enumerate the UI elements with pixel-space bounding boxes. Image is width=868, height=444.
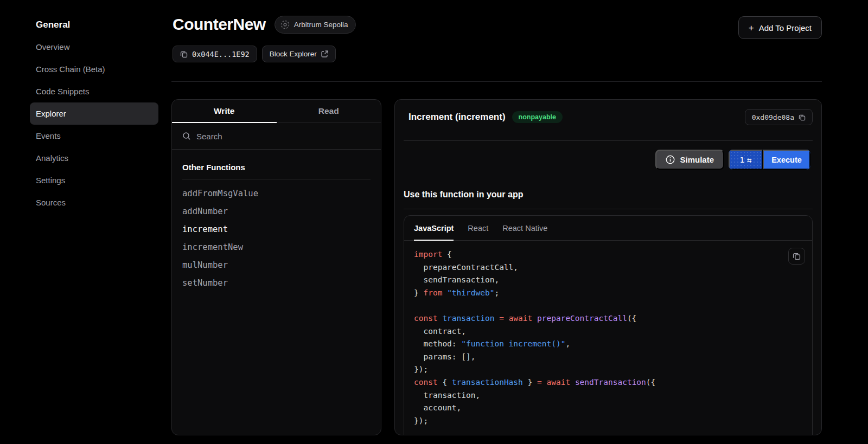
code-language-tabs: JavaScriptReactReact Native bbox=[404, 216, 812, 241]
network-badge-label: Arbitrum Sepolia bbox=[294, 21, 348, 29]
function-title: Increment (increment) bbox=[409, 112, 506, 123]
function-detail-panel: Increment (increment) nonpayable 0xd09de… bbox=[394, 99, 822, 435]
execute-button[interactable]: Execute bbox=[763, 150, 810, 170]
main-content: CounterNew Arbitrum Sepolia 0x044E...1E9… bbox=[171, 0, 822, 444]
function-item-setnumber[interactable]: setNumber bbox=[172, 274, 381, 292]
simulate-button[interactable]: Simulate bbox=[655, 150, 724, 170]
sidebar-header: General bbox=[36, 20, 70, 30]
code-line: const { transactionHash } = await sendTr… bbox=[414, 376, 812, 389]
add-to-project-button[interactable]: + Add To Project bbox=[738, 16, 822, 39]
detail-divider bbox=[404, 140, 813, 141]
usage-divider bbox=[404, 209, 813, 209]
function-selector-button[interactable]: 0xd09de08a bbox=[745, 109, 813, 125]
function-section-divider bbox=[182, 179, 371, 179]
usage-heading: Use this function in your app bbox=[404, 190, 813, 200]
tab-write[interactable]: Write bbox=[172, 100, 277, 123]
copy-icon bbox=[180, 50, 188, 58]
code-block: import { prepareContractCall, sendTransa… bbox=[404, 241, 812, 427]
code-line: transaction, bbox=[414, 389, 812, 402]
code-line: } from "thirdweb"; bbox=[414, 287, 812, 300]
execute-button-group: 1 ⇆ Execute bbox=[729, 150, 810, 170]
sidebar: General OverviewCross Chain (Beta)Code S… bbox=[0, 0, 171, 444]
tab-read[interactable]: Read bbox=[277, 100, 381, 123]
function-section-title: Other Functions bbox=[182, 163, 371, 172]
code-line: method: "function increment()", bbox=[414, 338, 812, 351]
function-item-addfrommsgvalue[interactable]: addFromMsgValue bbox=[172, 184, 381, 202]
mutability-badge: nonpayable bbox=[512, 111, 563, 123]
contract-header: CounterNew Arbitrum Sepolia bbox=[173, 15, 356, 34]
function-selector: 0xd09de08a bbox=[752, 113, 794, 121]
code-line: }); bbox=[414, 363, 812, 376]
block-explorer-button[interactable]: Block Explorer bbox=[262, 46, 336, 62]
search-icon bbox=[182, 132, 191, 140]
copy-code-button[interactable] bbox=[788, 248, 805, 265]
code-line: import { bbox=[414, 248, 812, 261]
code-line: params: [], bbox=[414, 351, 812, 364]
action-row: Simulate 1 ⇆ Execute bbox=[406, 150, 810, 170]
function-search-row bbox=[172, 123, 381, 150]
sidebar-item-code-snippets[interactable]: Code Snippets bbox=[30, 80, 158, 102]
block-explorer-label: Block Explorer bbox=[270, 50, 317, 58]
sidebar-item-settings[interactable]: Settings bbox=[30, 169, 158, 191]
contract-address: 0x044E...1E92 bbox=[192, 50, 250, 59]
info-icon bbox=[666, 155, 675, 164]
code-line: account, bbox=[414, 402, 812, 415]
read-write-tabs: WriteRead bbox=[172, 100, 381, 123]
execute-label: Execute bbox=[771, 156, 802, 164]
sidebar-item-sources[interactable]: Sources bbox=[30, 191, 158, 214]
search-input[interactable] bbox=[196, 132, 371, 141]
function-item-incrementnew[interactable]: incrementNew bbox=[172, 238, 381, 256]
network-badge[interactable]: Arbitrum Sepolia bbox=[275, 16, 356, 34]
copy-icon bbox=[799, 114, 806, 121]
network-icon bbox=[280, 20, 290, 29]
sidebar-item-overview[interactable]: Overview bbox=[30, 36, 158, 58]
plus-icon: + bbox=[749, 23, 754, 33]
add-to-project-label: Add To Project bbox=[759, 23, 812, 33]
function-item-addnumber[interactable]: addNumber bbox=[172, 202, 381, 220]
code-line: prepareContractCall, bbox=[414, 261, 812, 274]
code-tab-javascript[interactable]: JavaScript bbox=[414, 216, 454, 240]
sidebar-items: OverviewCross Chain (Beta)Code SnippetsE… bbox=[30, 36, 158, 214]
function-list: addFromMsgValueaddNumberincrementincreme… bbox=[172, 184, 381, 292]
transaction-count-button[interactable]: 1 ⇆ bbox=[729, 150, 763, 170]
sidebar-item-explorer[interactable]: Explorer bbox=[30, 102, 158, 125]
code-line: }); bbox=[414, 415, 812, 428]
page-title: CounterNew bbox=[173, 15, 266, 34]
code-line bbox=[414, 299, 812, 312]
swap-arrows-icon: ⇆ bbox=[747, 156, 751, 164]
code-snippet-card: JavaScriptReactReact Native import { pre… bbox=[404, 215, 813, 435]
sidebar-item-analytics[interactable]: Analytics bbox=[30, 147, 158, 169]
function-item-increment[interactable]: increment bbox=[172, 220, 381, 238]
code-line: contract, bbox=[414, 325, 812, 338]
sidebar-item-events[interactable]: Events bbox=[30, 125, 158, 147]
function-detail-header: Increment (increment) nonpayable 0xd09de… bbox=[395, 100, 821, 134]
simulate-label: Simulate bbox=[680, 155, 714, 164]
code-line: sendTransaction, bbox=[414, 274, 812, 287]
sidebar-item-cross-chain-beta[interactable]: Cross Chain (Beta) bbox=[30, 58, 158, 80]
code-tab-react[interactable]: React bbox=[468, 216, 488, 240]
function-item-mulnumber[interactable]: mulNumber bbox=[172, 256, 381, 274]
code-line: const transaction = await prepareContrac… bbox=[414, 312, 812, 325]
transaction-count: 1 bbox=[740, 156, 744, 164]
functions-panel: WriteRead Other Functions addFromMsgValu… bbox=[171, 99, 381, 435]
external-link-icon bbox=[321, 50, 328, 57]
contract-address-button[interactable]: 0x044E...1E92 bbox=[173, 46, 257, 62]
header-divider bbox=[171, 81, 822, 82]
contract-meta-row: 0x044E...1E92 Block Explorer bbox=[173, 46, 336, 62]
code-tab-react-native[interactable]: React Native bbox=[502, 216, 547, 240]
copy-icon bbox=[793, 252, 801, 260]
